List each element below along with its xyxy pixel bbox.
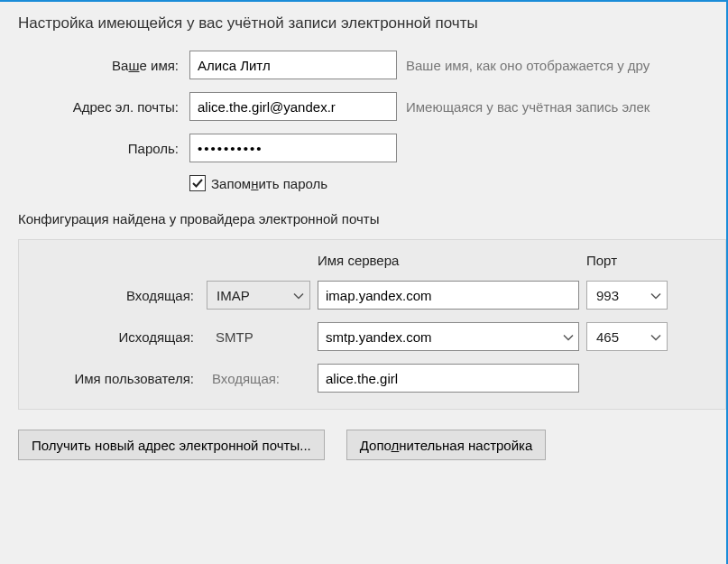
name-input[interactable] [189, 51, 397, 79]
incoming-server-input[interactable] [318, 281, 579, 310]
identity-form: Ваше имя: Ваше имя, как оно отображается… [18, 51, 726, 191]
outgoing-port-select[interactable]: 465 [586, 322, 668, 351]
username-sublabel: Входящая: [207, 371, 310, 386]
incoming-protocol-select[interactable]: IMAP [207, 281, 310, 310]
chevron-down-icon [650, 329, 661, 345]
email-hint: Имеющаяся у вас учётная запись элек [406, 99, 726, 115]
remember-password-label: Запомнить пароль [211, 176, 327, 191]
config-status: Конфигурация найдена у провайдера электр… [18, 211, 726, 227]
password-input[interactable] [189, 134, 397, 162]
advanced-settings-button[interactable]: Дополнительная настройка [346, 430, 547, 460]
dialog-title: Настройка имеющейся у вас учётной записи… [18, 14, 726, 32]
remember-password-checkbox[interactable] [189, 175, 206, 191]
chevron-down-icon [650, 288, 661, 303]
outgoing-protocol-value: SMTP [207, 329, 310, 345]
column-header-server: Имя сервера [318, 253, 579, 268]
incoming-port-value: 993 [596, 288, 619, 303]
server-config-panel: Имя сервера Порт Входящая: IMAP 993 Исхо… [18, 239, 726, 410]
checkmark-icon [191, 177, 204, 190]
outgoing-label: Исходящая: [19, 329, 199, 345]
email-account-setup-dialog: Настройка имеющейся у вас учётной записи… [0, 2, 726, 564]
incoming-label: Входящая: [19, 288, 199, 303]
email-label: Адрес эл. почты: [18, 99, 180, 115]
outgoing-server-input[interactable] [318, 322, 579, 351]
remember-password-row: Запомнить пароль [189, 175, 726, 191]
incoming-protocol-value: IMAP [217, 288, 250, 303]
outgoing-port-value: 465 [596, 329, 619, 345]
chevron-down-icon [293, 288, 304, 303]
column-header-port: Порт [586, 253, 668, 268]
get-new-address-button[interactable]: Получить новый адрес электронной почты..… [18, 430, 325, 460]
email-input[interactable] [189, 92, 397, 121]
username-input[interactable] [318, 364, 579, 393]
outgoing-server-combo[interactable] [318, 322, 579, 351]
password-label: Пароль: [18, 141, 180, 156]
incoming-port-select[interactable]: 993 [586, 281, 668, 310]
button-row: Получить новый адрес электронной почты..… [18, 430, 726, 460]
name-hint: Ваше имя, как оно отображается у дру [406, 58, 726, 73]
username-label: Имя пользователя: [19, 371, 199, 386]
name-label: Ваше имя: [18, 58, 180, 73]
